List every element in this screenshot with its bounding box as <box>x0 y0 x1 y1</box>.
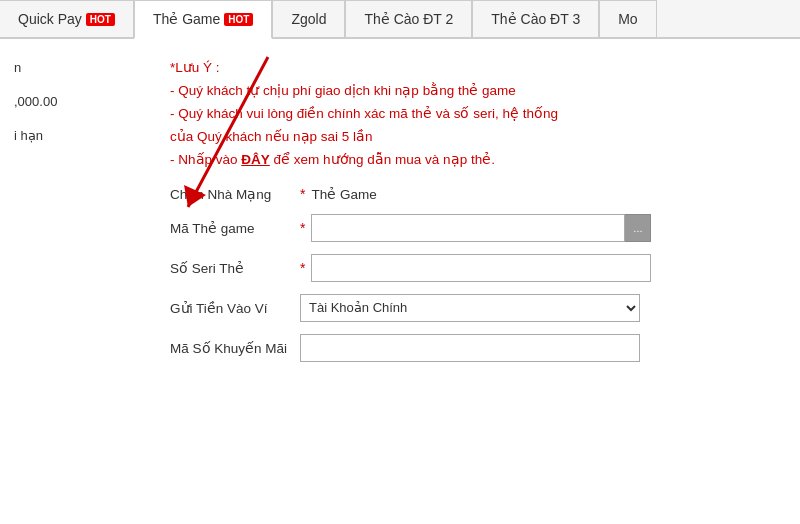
tab-mo[interactable]: Mo <box>599 0 656 37</box>
tab-label-quick-pay: Quick Pay <box>18 11 82 27</box>
main-layout: n ,000.00 i hạn *Lưu Ý : - Quý khách tự … <box>0 39 800 394</box>
form-value-chon-nha-mang: Thẻ Game <box>311 186 780 202</box>
notice-line-1: - Quý khách tự chịu phí giao dịch khi nạ… <box>170 80 780 103</box>
form-row-so-seri-the: Số Seri Thẻ* <box>170 254 780 282</box>
notice-title: *Lưu Ý : <box>170 57 780 80</box>
sidebar-label-3: i hạn <box>14 128 43 143</box>
tab-label-the-cao-dt2: Thẻ Cào ĐT 2 <box>364 11 453 27</box>
input-so-seri-the[interactable] <box>311 254 651 282</box>
form-row-gui-tien-vao-vi: Gửi Tiền Vào VíTài Khoản ChínhVí Khuyến … <box>170 294 780 322</box>
tab-label-the-game: Thẻ Game <box>153 11 220 27</box>
required-star-chon-nha-mang: * <box>300 186 305 202</box>
tab-the-cao-dt3[interactable]: Thẻ Cào ĐT 3 <box>472 0 599 37</box>
sidebar-item-1: n <box>14 59 146 75</box>
tab-the-game[interactable]: Thẻ GameHOT <box>134 0 272 39</box>
notice-link[interactable]: ĐÂY <box>241 152 270 167</box>
tab-zgold[interactable]: Zgold <box>272 0 345 37</box>
tab-quick-pay[interactable]: Quick PayHOT <box>0 0 134 37</box>
input-ma-the-game[interactable] <box>311 214 625 242</box>
left-sidebar: n ,000.00 i hạn <box>0 49 160 384</box>
form-label-chon-nha-mang: Chọn Nhà Mạng <box>170 186 300 202</box>
input-btn-wrap-ma-the-game: ... <box>311 214 651 242</box>
tab-label-the-cao-dt3: Thẻ Cào ĐT 3 <box>491 11 580 27</box>
sidebar-item-3: i hạn <box>14 127 146 143</box>
required-star-ma-the-game: * <box>300 220 305 236</box>
input-ma-so-khuyen-mai[interactable] <box>300 334 640 362</box>
tab-the-cao-dt2[interactable]: Thẻ Cào ĐT 2 <box>345 0 472 37</box>
form-value-gui-tien-vao-vi: Tài Khoản ChínhVí Khuyến Mãi <box>300 294 780 322</box>
form-row-chon-nha-mang: Chọn Nhà Mạng*Thẻ Game <box>170 186 780 202</box>
form-value-ma-so-khuyen-mai <box>300 334 780 362</box>
tab-label-mo: Mo <box>618 11 637 27</box>
form-value-ma-the-game: ... <box>311 214 780 242</box>
form-label-so-seri-the: Số Seri Thẻ <box>170 260 300 276</box>
notice-line-4: - Nhấp vào ĐÂY để xem hướng dẫn mua và n… <box>170 149 780 172</box>
notice-line-3: của Quý khách nếu nạp sai 5 lần <box>170 126 780 149</box>
notice-line-2: - Quý khách vui lòng điền chính xác mã t… <box>170 103 780 126</box>
hot-badge-quick-pay: HOT <box>86 13 115 26</box>
sidebar-label-2: ,000.00 <box>14 94 57 109</box>
tab-label-zgold: Zgold <box>291 11 326 27</box>
form-label-ma-the-game: Mã Thẻ game <box>170 220 300 236</box>
form-value-so-seri-the <box>311 254 780 282</box>
input-btn-ma-the-game[interactable]: ... <box>625 214 651 242</box>
notice-link-part1: - Nhấp vào <box>170 152 241 167</box>
sidebar-item-2: ,000.00 <box>14 93 146 109</box>
notice-block: *Lưu Ý : - Quý khách tự chịu phí giao dị… <box>170 57 780 172</box>
select-gui-tien-vao-vi[interactable]: Tài Khoản ChínhVí Khuyến Mãi <box>300 294 640 322</box>
form-label-ma-so-khuyen-mai: Mã Số Khuyến Mãi <box>170 340 300 356</box>
arrow-container: *Lưu Ý : - Quý khách tự chịu phí giao dị… <box>170 57 780 172</box>
required-star-so-seri-the: * <box>300 260 305 276</box>
notice-link-part2: để xem hướng dẫn mua và nạp thẻ. <box>270 152 495 167</box>
form-label-gui-tien-vao-vi: Gửi Tiền Vào Ví <box>170 300 300 316</box>
hot-badge-the-game: HOT <box>224 13 253 26</box>
form-row-ma-so-khuyen-mai: Mã Số Khuyến Mãi <box>170 334 780 362</box>
tab-bar: Quick PayHOTThẻ GameHOTZgoldThẻ Cào ĐT 2… <box>0 0 800 39</box>
form-area: *Lưu Ý : - Quý khách tự chịu phí giao dị… <box>160 49 800 384</box>
sidebar-label-1: n <box>14 60 21 75</box>
form-row-ma-the-game: Mã Thẻ game*... <box>170 214 780 242</box>
form-rows: Chọn Nhà Mạng*Thẻ GameMã Thẻ game*...Số … <box>170 186 780 362</box>
